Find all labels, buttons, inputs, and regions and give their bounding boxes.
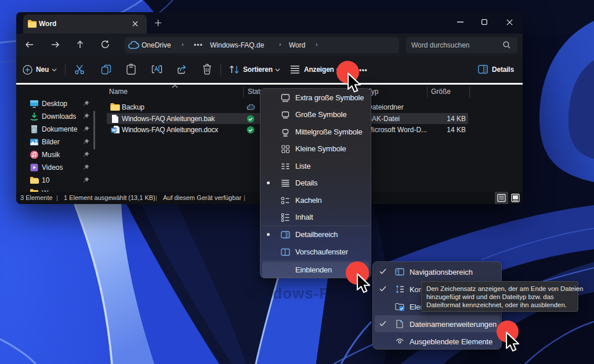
svg-text:W: W (111, 128, 116, 133)
svg-text:Windows-FAQ: Windows-FAQ (244, 285, 352, 302)
